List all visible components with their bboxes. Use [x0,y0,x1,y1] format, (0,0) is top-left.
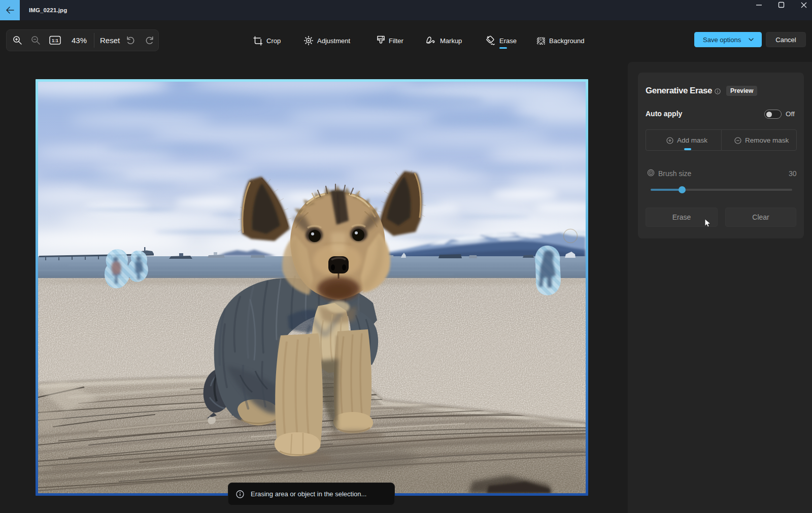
svg-text:1:1: 1:1 [52,38,58,43]
